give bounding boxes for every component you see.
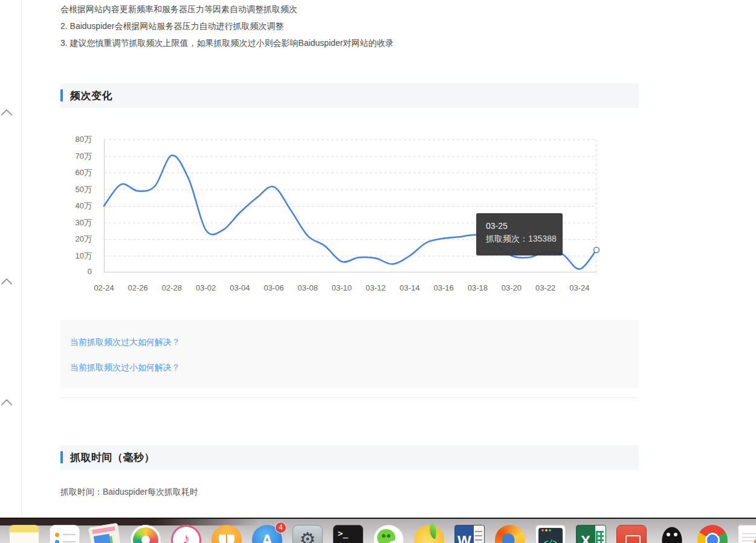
crawl-frequency-chart[interactable] <box>104 140 596 272</box>
y-axis-label: 10万 <box>60 251 92 262</box>
x-axis-label: 02-28 <box>153 283 190 292</box>
intro-line: 会根据网站内容更新频率和服务器压力等因素自动调整抓取频次 <box>60 4 297 15</box>
link-crawl-too-low[interactable]: 当前抓取频次过小如何解决？ <box>70 362 180 373</box>
accent-bar-icon <box>60 89 63 101</box>
section-divider <box>60 397 639 398</box>
code-editor-icon[interactable] <box>535 525 566 543</box>
y-axis-label: 70万 <box>60 151 92 162</box>
chrome-icon[interactable] <box>697 525 728 543</box>
section-header-frequency: 频次变化 <box>60 83 639 108</box>
x-axis-label: 03-08 <box>289 283 326 292</box>
x-axis-label: 03-06 <box>256 283 292 292</box>
powerpoint-icon[interactable] <box>616 525 647 543</box>
x-axis-label: 03-04 <box>222 283 258 292</box>
section-header-crawl-time: 抓取时间（毫秒） <box>60 445 639 470</box>
sidebar-divider <box>21 0 22 518</box>
terminal-icon[interactable] <box>333 525 363 543</box>
section-title: 频次变化 <box>70 89 112 103</box>
x-axis-label: 03-24 <box>561 283 598 292</box>
system-preferences-icon[interactable] <box>292 525 323 543</box>
notes-icon[interactable] <box>9 525 39 543</box>
section-title: 抓取时间（毫秒） <box>70 451 155 464</box>
highlighted-point-marker <box>594 247 599 252</box>
itunes-icon[interactable] <box>171 525 201 543</box>
excel-icon[interactable] <box>576 525 606 543</box>
reminders-icon[interactable] <box>50 525 80 543</box>
x-axis-label: 03-20 <box>493 283 529 292</box>
intro-line: 2. Baiduspider会根据网站服务器压力自动进行抓取频次调整 <box>60 21 284 32</box>
x-axis-label: 03-10 <box>323 283 360 292</box>
accent-bar-icon <box>60 451 63 463</box>
x-axis-label: 03-12 <box>358 283 394 292</box>
x-axis-label: 02-26 <box>120 283 156 292</box>
y-axis-label: 80万 <box>60 134 92 145</box>
y-axis-label: 50万 <box>60 184 92 195</box>
leaf-note-icon[interactable] <box>414 525 444 543</box>
y-axis-label: 30万 <box>60 217 92 228</box>
y-axis-label: 40万 <box>60 201 92 211</box>
y-axis-label: 20万 <box>60 234 92 245</box>
qq-icon[interactable] <box>657 525 687 543</box>
x-axis-label: 03-02 <box>188 283 224 292</box>
word-icon[interactable] <box>454 525 485 543</box>
news-stack-icon[interactable] <box>88 522 122 543</box>
firefox-icon[interactable] <box>495 525 525 543</box>
chevron-up-icon[interactable] <box>1 107 13 118</box>
intro-line: 3. 建议您慎重调节抓取频次上限值，如果抓取频次过小则会影响Baiduspide… <box>60 38 394 49</box>
x-axis-label: 03-18 <box>459 283 496 292</box>
ibooks-icon[interactable] <box>212 525 242 543</box>
macos-dock: 4 <box>0 518 756 543</box>
x-axis-label: 03-14 <box>392 283 428 292</box>
notification-badge: 4 <box>275 522 286 533</box>
wechat-icon[interactable] <box>373 525 404 543</box>
chevron-up-icon[interactable] <box>1 397 13 408</box>
help-links-panel: 当前抓取频次过大如何解决？ 当前抓取频次过小如何解决？ <box>60 320 639 388</box>
crawl-time-description: 抓取时间：Baiduspider每次抓取耗时 <box>60 487 198 498</box>
x-axis-label: 03-16 <box>425 283 462 292</box>
link-crawl-too-high[interactable]: 当前抓取频次过大如何解决？ <box>70 337 180 348</box>
chevron-up-icon[interactable] <box>1 276 13 287</box>
y-axis-label: 60万 <box>60 167 92 178</box>
photos-icon[interactable] <box>131 525 161 543</box>
page-content: 会根据网站内容更新频率和服务器压力等因素自动调整抓取频次 2. Baiduspi… <box>60 0 639 518</box>
x-axis-label: 02-24 <box>86 283 122 292</box>
y-axis-label: 0 <box>60 267 92 276</box>
app-store-icon[interactable]: 4 <box>252 525 282 543</box>
x-axis-label: 03-22 <box>528 283 564 292</box>
textedit-icon[interactable] <box>738 525 756 543</box>
dock-icon-row: 4 <box>9 525 756 543</box>
chart-line <box>104 155 596 269</box>
